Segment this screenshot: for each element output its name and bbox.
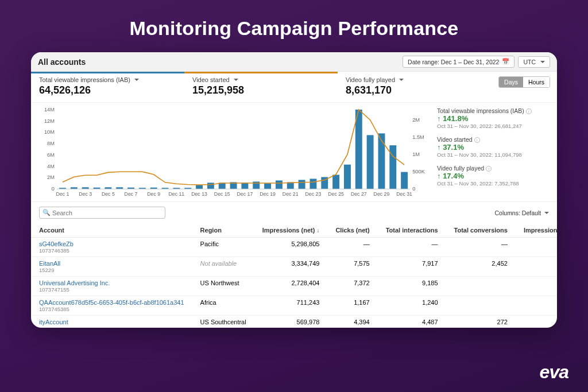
- account-id: 1073746385: [39, 247, 184, 254]
- toggle-hours[interactable]: Hours: [523, 77, 550, 87]
- svg-text:1M: 1M: [412, 152, 420, 157]
- cell-impressions: 5,298,805: [254, 238, 328, 257]
- side-metric-prev: Oct 31 – Nov 30, 2022: 26,681,247: [437, 123, 549, 129]
- svg-text:10M: 10M: [44, 130, 55, 135]
- granularity-toggle[interactable]: Days Hours: [498, 76, 550, 88]
- svg-text:Dec 15: Dec 15: [214, 191, 230, 197]
- kpi-label: Video fully played: [346, 76, 395, 83]
- accounts-table: Account Region Impressions (net)↓ Clicks…: [31, 223, 557, 328]
- col-account[interactable]: Account: [31, 223, 192, 238]
- svg-text:Dec 9: Dec 9: [147, 191, 160, 197]
- cell-dwell: [516, 238, 557, 257]
- page-title: Monitoring Campaign Performance: [0, 0, 588, 52]
- chart-area: 02M4M6M8M10M12M14M0500K1M1.5M2MDec 1Dec …: [31, 103, 434, 201]
- account-id: 1073747155: [39, 286, 184, 293]
- cell-conversions: —: [446, 238, 516, 257]
- svg-text:500K: 500K: [412, 169, 425, 174]
- kpi-value: 15,215,958: [192, 84, 330, 96]
- svg-text:Dec 31: Dec 31: [396, 191, 412, 197]
- kpi-impressions[interactable]: Total viewable impressions (IAB) 64,526,…: [31, 72, 184, 102]
- cell-impressions: 3,334,749: [254, 257, 328, 277]
- cell-conversions: [446, 296, 516, 316]
- account-link[interactable]: ityAccount: [39, 319, 68, 325]
- svg-rect-38: [344, 165, 351, 189]
- timezone-button[interactable]: UTC: [518, 56, 550, 68]
- side-metric-pct: 17.4%: [443, 172, 464, 180]
- chevron-down-icon: [134, 79, 139, 83]
- columns-label: Columns: Default: [495, 209, 541, 216]
- col-dwell[interactable]: Impressions with dwell: [516, 223, 557, 238]
- svg-rect-34: [299, 180, 305, 189]
- date-range-label: Date range: Dec 1 – Dec 31, 2022: [408, 59, 499, 65]
- side-metric-label: Video started: [437, 136, 473, 143]
- svg-text:4M: 4M: [47, 164, 55, 169]
- account-link[interactable]: sG40efkeZb: [39, 240, 74, 247]
- cell-interactions: 9,185: [378, 277, 446, 296]
- svg-rect-26: [207, 183, 214, 189]
- svg-rect-40: [367, 135, 374, 189]
- search-input[interactable]: [39, 207, 165, 219]
- side-metric-pct: 37.1%: [443, 143, 464, 152]
- cell-clicks: 1,167: [327, 296, 377, 316]
- svg-text:Dec 29: Dec 29: [374, 191, 390, 197]
- svg-text:0: 0: [412, 186, 415, 192]
- col-region[interactable]: Region: [192, 223, 254, 238]
- side-metric-label: Total viewable impressions (IAB): [437, 107, 524, 114]
- date-range-button[interactable]: Date range: Dec 1 – Dec 31, 2022 📅: [403, 56, 514, 68]
- table-header-row: Account Region Impressions (net)↓ Clicks…: [31, 223, 557, 238]
- cell-conversions: 2,452: [446, 257, 516, 277]
- cell-impressions: 569,978: [254, 316, 328, 328]
- kpi-value: 8,631,170: [346, 84, 483, 96]
- svg-rect-39: [355, 110, 362, 189]
- search-row: 🔍 Columns: Default: [31, 201, 557, 223]
- columns-button[interactable]: Columns: Default: [495, 209, 549, 216]
- toggle-days[interactable]: Days: [499, 77, 523, 87]
- arrow-up-icon: ↑: [437, 172, 443, 180]
- cell-interactions: 4,487: [378, 316, 446, 328]
- svg-text:6M: 6M: [47, 152, 55, 158]
- table-row: sG40efkeZb1073746385Pacific5,298,805———: [31, 238, 557, 257]
- svg-text:12M: 12M: [44, 118, 55, 124]
- side-metrics: Total viewable impressions (IAB)i ↑ 141.…: [434, 103, 557, 201]
- account-link[interactable]: Universal Advertising Inc.: [39, 280, 110, 286]
- eva-logo: eva: [540, 362, 568, 383]
- timezone-label: UTC: [523, 59, 536, 65]
- col-clicks[interactable]: Clicks (net): [327, 223, 377, 238]
- col-interactions[interactable]: Total interactions: [378, 223, 446, 238]
- cell-clicks: —: [327, 238, 377, 257]
- side-metric: Video fully playedi ↑ 17.4% Oct 31 – Nov…: [437, 165, 549, 187]
- account-link[interactable]: QAAccount678d5f5c-6653-405f-b6cf-ab8f106…: [39, 299, 184, 306]
- svg-text:Dec 1: Dec 1: [56, 191, 69, 197]
- cell-conversions: 272: [446, 316, 516, 328]
- cell-dwell: [516, 257, 557, 277]
- kpi-label: Video started: [192, 76, 230, 83]
- svg-rect-43: [401, 172, 408, 189]
- svg-text:Dec 11: Dec 11: [168, 191, 184, 197]
- kpi-video-started[interactable]: Video started 15,215,958: [184, 72, 338, 102]
- cell-region: US Southcentral: [192, 316, 254, 328]
- cell-interactions: 7,917: [378, 257, 446, 277]
- svg-text:2M: 2M: [47, 175, 55, 181]
- info-icon[interactable]: i: [526, 108, 532, 114]
- chevron-down-icon: [399, 79, 404, 83]
- cell-clicks: 7,575: [327, 257, 377, 277]
- cell-account: ityAccount: [31, 316, 192, 328]
- side-metric-prev: Oct 31 – Nov 30, 2022: 11,094,798: [437, 152, 549, 158]
- table-row: Universal Advertising Inc.1073747155US N…: [31, 277, 557, 296]
- account-id: 15229: [39, 267, 184, 273]
- svg-text:Dec 27: Dec 27: [351, 191, 367, 197]
- kpi-video-played[interactable]: Video fully played 8,631,170: [338, 72, 491, 102]
- svg-text:Dec 19: Dec 19: [260, 191, 276, 197]
- svg-rect-32: [276, 180, 283, 189]
- cell-interactions: —: [378, 238, 446, 257]
- kpi-label: Total viewable impressions (IAB): [39, 76, 130, 83]
- info-icon[interactable]: i: [486, 166, 492, 172]
- side-metric: Video startedi ↑ 37.1% Oct 31 – Nov 30, …: [437, 136, 549, 158]
- cell-region: Pacific: [192, 238, 254, 257]
- col-impressions[interactable]: Impressions (net)↓: [254, 223, 328, 238]
- cell-region: US Northwest: [192, 277, 254, 296]
- account-link[interactable]: EitanAll: [39, 260, 60, 267]
- info-icon[interactable]: i: [474, 137, 480, 143]
- svg-text:14M: 14M: [44, 107, 55, 112]
- col-conversions[interactable]: Total conversions: [446, 223, 516, 238]
